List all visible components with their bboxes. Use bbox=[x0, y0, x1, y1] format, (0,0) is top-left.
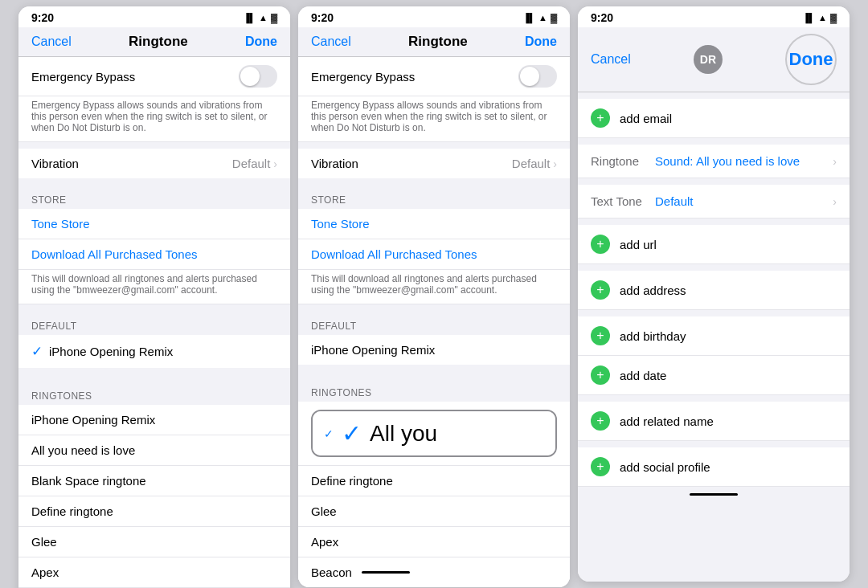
toggle-knob-1 bbox=[240, 67, 260, 86]
ringtone-p2-apex[interactable]: Apex bbox=[298, 527, 570, 557]
status-bar-2: 9:20 ▐▌ ▲ ▓ bbox=[298, 6, 570, 27]
emergency-bypass-cell-1: Emergency Bypass bbox=[18, 57, 290, 96]
text-tone-row[interactable]: Text Tone Default › bbox=[578, 185, 850, 218]
vibration-cell-1[interactable]: Vibration Default › bbox=[18, 149, 290, 178]
download-tones-cell-2[interactable]: Download All Purchased Tones bbox=[298, 239, 570, 270]
spacer-1a bbox=[18, 142, 290, 149]
wifi-icon-2: ▲ bbox=[538, 13, 547, 22]
spacer-1b bbox=[18, 368, 290, 374]
add-url-row[interactable]: + add url bbox=[578, 225, 850, 264]
panel-3: 9:20 ▐▌ ▲ ▓ Cancel DR Done + add email R… bbox=[578, 6, 850, 582]
ringtone-item-0[interactable]: iPhone Opening Remix bbox=[18, 405, 290, 435]
ringtones-header-2: RINGTONES bbox=[298, 371, 570, 402]
ringtone-p2-beacon[interactable]: Beacon bbox=[298, 557, 570, 587]
ringtone-info-label: Ringtone bbox=[591, 154, 655, 168]
add-social-label: add social profile bbox=[620, 460, 710, 474]
vibration-cell-2[interactable]: Vibration Default › bbox=[298, 149, 570, 178]
content-1: Emergency Bypass Emergency Bypass allows… bbox=[18, 57, 290, 588]
panel-2: 9:20 ▐▌ ▲ ▓ Cancel Ringtone Done Emergen… bbox=[298, 6, 570, 587]
vibration-label-2: Vibration bbox=[311, 157, 358, 170]
signal-icon-1: ▐▌ bbox=[243, 13, 256, 22]
done-button-2[interactable]: Done bbox=[525, 35, 557, 49]
ringtone-item-5[interactable]: Apex bbox=[18, 557, 290, 588]
tone-store-cell-2[interactable]: Tone Store bbox=[298, 209, 570, 239]
download-tones-desc-1: This will download all ringtones and ale… bbox=[18, 270, 290, 304]
wifi-icon-3: ▲ bbox=[818, 13, 827, 22]
plus-icon-social: + bbox=[591, 457, 610, 476]
panel-1: 9:20 ▐▌ ▲ ▓ Cancel Ringtone Done Emergen… bbox=[18, 6, 290, 588]
emergency-bypass-desc-2: Emergency Bypass allows sounds and vibra… bbox=[298, 96, 570, 142]
emergency-bypass-toggle-2[interactable] bbox=[518, 65, 557, 88]
store-header-2: STORE bbox=[298, 178, 570, 209]
emergency-bypass-cell-2: Emergency Bypass bbox=[298, 57, 570, 96]
ringtone-item-4[interactable]: Glee bbox=[18, 527, 290, 557]
add-date-label: add date bbox=[620, 369, 666, 382]
status-time-1: 9:20 bbox=[31, 11, 54, 24]
status-bar-3: 9:20 ▐▌ ▲ ▓ bbox=[578, 6, 850, 27]
download-tones-label-2: Download All Purchased Tones bbox=[311, 247, 477, 261]
plus-icon-date: + bbox=[591, 365, 610, 385]
emergency-bypass-label-2: Emergency Bypass bbox=[311, 70, 415, 84]
store-section-1: Tone Store Download All Purchased Tones … bbox=[18, 209, 290, 304]
vibration-value-1: Default › bbox=[232, 157, 277, 170]
chevron-ringtone-3: › bbox=[833, 155, 837, 168]
done-circle-button[interactable]: Done bbox=[785, 34, 837, 85]
status-icons-2: ▐▌ ▲ ▓ bbox=[522, 13, 557, 22]
cancel-button-3[interactable]: Cancel bbox=[591, 52, 631, 67]
highlighted-ringtone-row[interactable]: ✓ ✓ All you bbox=[311, 410, 557, 457]
store-section-2: Tone Store Download All Purchased Tones … bbox=[298, 209, 570, 304]
default-section-2: iPhone Opening Remix bbox=[298, 335, 570, 365]
ringtone-item-1[interactable]: All you need is love bbox=[18, 435, 290, 466]
nav-bar-2: Cancel Ringtone Done bbox=[298, 27, 570, 57]
add-url-label: add url bbox=[620, 238, 657, 251]
done-button-1[interactable]: Done bbox=[245, 35, 277, 49]
cancel-button-1[interactable]: Cancel bbox=[31, 35, 72, 49]
text-tone-label: Text Tone bbox=[591, 194, 655, 208]
add-email-row[interactable]: + add email bbox=[578, 99, 850, 138]
plus-icon-email: + bbox=[591, 108, 610, 128]
spacer-3h bbox=[578, 441, 850, 447]
ringtone-p2-define[interactable]: Define ringtone bbox=[298, 466, 570, 496]
add-birthday-row[interactable]: + add birthday bbox=[578, 316, 850, 356]
vibration-label-1: Vibration bbox=[31, 157, 79, 170]
add-social-row[interactable]: + add social profile bbox=[578, 447, 850, 487]
emergency-bypass-desc-1: Emergency Bypass allows sounds and vibra… bbox=[18, 96, 290, 142]
avatar-initials: DR bbox=[700, 53, 716, 66]
default-item-cell-1[interactable]: ✓ iPhone Opening Remix bbox=[18, 335, 290, 368]
ringtones-section-2: ✓ ✓ All you Define ringtone Glee Apex Be… bbox=[298, 402, 570, 587]
add-address-row[interactable]: + add address bbox=[578, 271, 850, 310]
spacer-3d bbox=[578, 218, 850, 225]
ringtone-p2-glee[interactable]: Glee bbox=[298, 496, 570, 527]
default-header-2: DEFAULT bbox=[298, 304, 570, 335]
zoom-label: All you bbox=[370, 421, 437, 447]
tone-store-label-1: Tone Store bbox=[31, 217, 90, 231]
add-date-row[interactable]: + add date bbox=[578, 356, 850, 395]
cancel-button-2[interactable]: Cancel bbox=[311, 35, 351, 49]
store-header-1: STORE bbox=[18, 178, 290, 209]
checkmark-icon-1: ✓ bbox=[31, 343, 43, 360]
ringtone-info-row[interactable]: Ringtone Sound: All you need is love › bbox=[578, 145, 850, 178]
ringtone-info-value: Sound: All you need is love bbox=[655, 154, 833, 168]
spacer-3g bbox=[578, 395, 850, 402]
emergency-bypass-section-2: Emergency Bypass Emergency Bypass allows… bbox=[298, 57, 570, 142]
avatar-circle: DR bbox=[694, 45, 723, 74]
plus-icon-related: + bbox=[591, 411, 610, 431]
spacer-3a bbox=[578, 92, 850, 99]
default-item-cell-2[interactable]: iPhone Opening Remix bbox=[298, 335, 570, 365]
signal-icon-3: ▐▌ bbox=[802, 13, 815, 22]
nav-bar-1: Cancel Ringtone Done bbox=[18, 27, 290, 57]
default-item-label-2: iPhone Opening Remix bbox=[311, 343, 435, 357]
status-icons-3: ▐▌ ▲ ▓ bbox=[802, 13, 837, 22]
small-check-icon: ✓ bbox=[324, 427, 334, 440]
add-related-row[interactable]: + add related name bbox=[578, 402, 850, 441]
download-tones-cell-1[interactable]: Download All Purchased Tones bbox=[18, 239, 290, 270]
vibration-section-2: Vibration Default › bbox=[298, 149, 570, 178]
emergency-bypass-toggle-1[interactable] bbox=[239, 65, 277, 88]
nav-title-2: Ringtone bbox=[408, 34, 468, 50]
tone-store-cell-1[interactable]: Tone Store bbox=[18, 209, 290, 239]
ringtone-item-3[interactable]: Define ringtone bbox=[18, 496, 290, 527]
add-address-label: add address bbox=[620, 284, 686, 297]
ringtones-section-1: iPhone Opening Remix All you need is lov… bbox=[18, 405, 290, 588]
battery-icon-3: ▓ bbox=[830, 13, 837, 22]
ringtone-item-2[interactable]: Blank Space ringtone bbox=[18, 466, 290, 496]
